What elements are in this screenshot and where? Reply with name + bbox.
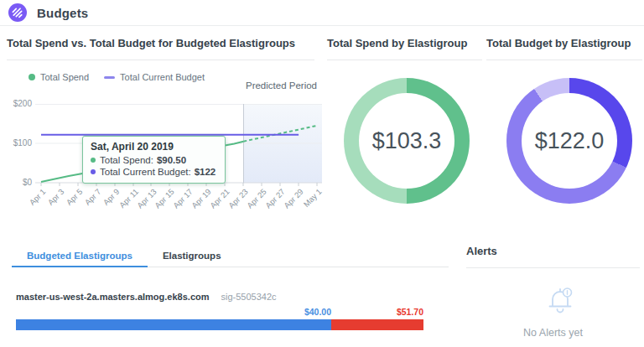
- x-tick: Apr 13: [135, 187, 158, 210]
- chart-legend: Total Spend Total Current Budget: [29, 72, 205, 82]
- x-tick: Apr 21: [208, 187, 231, 210]
- tooltip-budget-value: $122: [195, 166, 216, 178]
- green-bullet-icon: [91, 158, 96, 163]
- page-title: Budgets: [37, 6, 88, 20]
- total-spend-value: $103.3: [344, 78, 470, 204]
- legend-label: Total Current Budget: [120, 72, 205, 82]
- overspend-bar-segment: [331, 319, 423, 330]
- x-tick: Apr 27: [263, 187, 287, 210]
- x-tick: Apr 11: [117, 187, 140, 210]
- purple-dash-icon: [104, 76, 115, 79]
- budget-donut-title: Total Budget by Elastigroup: [486, 37, 631, 49]
- x-tick: Apr 19: [190, 187, 213, 210]
- budget-amount-label: $40.00: [304, 307, 331, 317]
- elastigroup-sig-id: sig-5505342c: [221, 292, 277, 302]
- budget-bar-segment: [16, 319, 331, 330]
- total-budget-value: $122.0: [506, 78, 632, 204]
- tooltip-budget-label: Total Current Budget:: [100, 166, 191, 178]
- elastigroup-row[interactable]: master-us-west-2a.masters.almog.ek8s.com…: [16, 292, 277, 302]
- spend-vs-budget-title: Total Spend vs. Total Budget for Budgete…: [7, 37, 295, 49]
- predicted-period-label: Predicted Period: [246, 80, 317, 91]
- legend-total-spend[interactable]: Total Spend: [29, 72, 89, 82]
- y-tick-100: $100: [0, 138, 32, 148]
- tooltip-budget-row: Total Current Budget: $122: [91, 166, 216, 178]
- x-tick: Apr 29: [282, 187, 305, 210]
- elastigroups-tabs: Budgeted Elastigroups Elastigroups: [12, 246, 449, 267]
- y-tick-200: $200: [0, 99, 32, 109]
- x-tick: Apr 23: [226, 187, 250, 210]
- y-tick-0: $0: [0, 178, 32, 188]
- x-tick: Apr 25: [245, 187, 268, 210]
- purple-bullet-icon: [91, 169, 96, 174]
- total-spend-donut-chart[interactable]: $103.3: [344, 78, 470, 204]
- alerts-title: Alerts: [466, 245, 497, 257]
- tooltip-date: Sat, April 20 2019: [91, 141, 216, 153]
- budget-bar-labels: $40.00 $51.70: [16, 307, 423, 317]
- chart-tooltip: Sat, April 20 2019 Total Spend: $90.50 T…: [82, 136, 226, 184]
- budget-progress-bar: [16, 319, 423, 330]
- legend-total-current-budget[interactable]: Total Current Budget: [104, 72, 205, 82]
- app-header: Budgets: [0, 0, 644, 26]
- tooltip-spend-value: $90.50: [157, 154, 186, 166]
- legend-label: Total Spend: [40, 72, 89, 82]
- x-tick: Apr 5: [65, 187, 85, 207]
- elastigroup-name[interactable]: master-us-west-2a.masters.almog.ek8s.com: [16, 292, 210, 302]
- bell-icon: [543, 282, 577, 319]
- no-alerts-text: No Alerts yet: [466, 327, 640, 339]
- x-tick: Apr 3: [46, 187, 66, 207]
- spotinst-logo-icon[interactable]: [8, 3, 27, 22]
- total-budget-donut-chart[interactable]: $122.0: [506, 78, 632, 204]
- x-tick: Apr 17: [171, 187, 195, 210]
- budgets-dashboard: Budgets Total Spend vs. Total Budget for…: [0, 0, 644, 347]
- x-tick: Apr 1: [28, 187, 48, 207]
- green-dot-icon: [29, 74, 35, 80]
- divider: [7, 60, 314, 60]
- tooltip-spend-label: Total Spend:: [100, 154, 153, 166]
- x-tick: Apr 15: [153, 187, 176, 210]
- spend-donut-title: Total Spend by Elastigroup: [327, 37, 467, 49]
- spend-amount-label: $51.70: [397, 307, 423, 317]
- tooltip-spend-row: Total Spend: $90.50: [91, 154, 216, 166]
- x-tick: May 1: [302, 187, 324, 209]
- x-tick: Apr 7: [83, 187, 103, 207]
- divider: [486, 60, 642, 60]
- divider: [327, 60, 482, 60]
- tab-budgeted-elastigroups[interactable]: Budgeted Elastigroups: [12, 246, 148, 267]
- tab-elastigroups[interactable]: Elastigroups: [148, 246, 236, 267]
- divider: [466, 267, 640, 268]
